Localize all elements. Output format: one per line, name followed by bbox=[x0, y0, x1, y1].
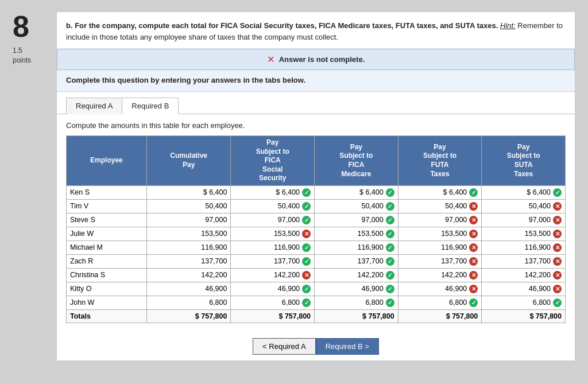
x-icon: ✕ bbox=[553, 216, 562, 224]
cell-suta: 50,400 ✕ bbox=[482, 199, 566, 213]
check-icon: ✓ bbox=[469, 188, 478, 197]
check-icon: ✓ bbox=[386, 202, 394, 211]
check-icon: ✓ bbox=[553, 298, 562, 307]
x-icon: ✕ bbox=[553, 230, 562, 238]
nav-required-b-button[interactable]: Required B > bbox=[316, 338, 379, 355]
cell-cumulative: $ 6,400 bbox=[146, 185, 231, 199]
cell-cumulative: 137,700 bbox=[146, 254, 231, 268]
check-icon: ✓ bbox=[386, 285, 394, 293]
cell-suta: $ 6,400 ✓ bbox=[482, 185, 566, 199]
cell-suta: 6,800 ✓ bbox=[482, 296, 566, 309]
x-icon: ✕ bbox=[553, 285, 562, 293]
cell-fica-med: 97,000 ✓ bbox=[315, 213, 399, 227]
cell-futa: 6,800 ✓ bbox=[398, 296, 482, 309]
cell-futa: 116,900 ✕ bbox=[398, 241, 482, 254]
check-icon: ✓ bbox=[386, 257, 394, 266]
cell-fica-ss: 50,400 ✓ bbox=[231, 199, 315, 213]
x-icon: ✕ bbox=[469, 216, 478, 224]
cell-fica-ss: 137,700 ✓ bbox=[231, 254, 315, 268]
points-label: 1.5 points bbox=[13, 46, 47, 65]
cell-futa: 142,200 ✕ bbox=[398, 268, 482, 282]
cell-futa: $ 6,400 ✓ bbox=[398, 185, 482, 199]
check-icon: ✓ bbox=[302, 257, 311, 266]
tab-required-a[interactable]: Required A bbox=[66, 98, 122, 114]
th-employee: Employee bbox=[67, 136, 147, 186]
x-icon: ✕ bbox=[469, 202, 478, 211]
cell-cumulative: 116,900 bbox=[146, 241, 231, 254]
check-icon: ✓ bbox=[302, 188, 311, 197]
cell-futa: 153,500 ✕ bbox=[398, 227, 482, 241]
th-futa: PaySubject toFUTATaxes bbox=[398, 136, 482, 186]
complete-instruction-text: Complete this question by entering your … bbox=[66, 76, 305, 84]
cell-employee: Kitty O bbox=[67, 282, 147, 296]
answer-banner-text: Answer is not complete. bbox=[279, 55, 365, 64]
answer-x-icon: ✕ bbox=[267, 54, 274, 65]
cell-totals-label: Totals bbox=[67, 309, 147, 323]
table-row: Tim V 50,400 50,400 ✓ 50,400 ✓ 50,400 ✕ … bbox=[67, 199, 566, 213]
cell-fica-med: 153,500 ✓ bbox=[315, 227, 399, 241]
cell-suta: 137,700 ✕ bbox=[482, 254, 566, 268]
bottom-nav: < Required A Required B > bbox=[57, 332, 575, 360]
cell-employee: Christina S bbox=[67, 268, 147, 282]
cell-fica-ss: 153,500 ✕ bbox=[231, 227, 315, 241]
cell-suta: 142,200 ✕ bbox=[482, 268, 566, 282]
check-icon: ✓ bbox=[302, 216, 311, 224]
x-icon: ✕ bbox=[302, 271, 311, 280]
cell-totals-fica-med: $ 757,800 bbox=[315, 309, 399, 323]
check-icon: ✓ bbox=[302, 243, 311, 252]
x-icon: ✕ bbox=[553, 202, 562, 211]
check-icon: ✓ bbox=[302, 298, 311, 307]
cell-fica-ss: $ 6,400 ✓ bbox=[231, 185, 315, 199]
cell-fica-ss: 116,900 ✓ bbox=[231, 241, 315, 254]
nav-required-a-button[interactable]: < Required A bbox=[253, 338, 316, 355]
x-icon: ✕ bbox=[553, 271, 562, 280]
main-content: b. For the company, compute each total f… bbox=[56, 11, 575, 361]
question-number: 8 bbox=[13, 11, 47, 41]
check-icon: ✓ bbox=[553, 188, 562, 197]
check-icon: ✓ bbox=[386, 230, 394, 238]
cell-cumulative: 97,000 bbox=[146, 213, 231, 227]
check-icon: ✓ bbox=[386, 188, 394, 197]
cell-fica-ss: 46,900 ✓ bbox=[231, 282, 315, 296]
x-icon: ✕ bbox=[553, 257, 562, 266]
cell-fica-ss: 6,800 ✓ bbox=[231, 296, 315, 309]
cell-futa: 46,900 ✕ bbox=[398, 282, 482, 296]
th-suta: PaySubject toSUTATaxes bbox=[482, 136, 566, 186]
outer-container: 8 1.5 points b. For the company, compute… bbox=[13, 11, 575, 361]
cell-cumulative: 50,400 bbox=[146, 199, 231, 213]
check-icon: ✓ bbox=[469, 298, 478, 307]
cell-cumulative: 142,200 bbox=[146, 268, 231, 282]
cell-employee: Ken S bbox=[67, 185, 147, 199]
cell-fica-med: 50,400 ✓ bbox=[315, 199, 399, 213]
check-icon: ✓ bbox=[386, 271, 394, 280]
table-row: Zach R 137,700 137,700 ✓ 137,700 ✓ 137,7… bbox=[67, 254, 566, 268]
table-instruction: Compute the amounts in this table for ea… bbox=[66, 121, 566, 130]
cell-employee: Michael M bbox=[67, 241, 147, 254]
cell-suta: 46,900 ✕ bbox=[482, 282, 566, 296]
cell-fica-med: 6,800 ✓ bbox=[315, 296, 399, 309]
left-side: 8 1.5 points bbox=[13, 11, 47, 361]
cell-cumulative: 46,900 bbox=[146, 282, 231, 296]
question-header: b. For the company, compute each total f… bbox=[57, 12, 575, 49]
cell-cumulative: 153,500 bbox=[146, 227, 231, 241]
cell-totals-futa: $ 757,800 bbox=[398, 309, 482, 323]
totals-row: Totals $ 757,800 $ 757,800 $ 757,800 $ 7… bbox=[67, 309, 566, 323]
check-icon: ✓ bbox=[302, 285, 311, 293]
tab-required-b[interactable]: Required B bbox=[122, 98, 179, 114]
cell-fica-med: 46,900 ✓ bbox=[315, 282, 399, 296]
x-icon: ✕ bbox=[469, 285, 478, 293]
cell-employee: Zach R bbox=[67, 254, 147, 268]
cell-fica-med: 142,200 ✓ bbox=[315, 268, 399, 282]
cell-fica-ss: 97,000 ✓ bbox=[231, 213, 315, 227]
cell-futa: 137,700 ✕ bbox=[398, 254, 482, 268]
x-icon: ✕ bbox=[302, 230, 311, 238]
check-icon: ✓ bbox=[386, 298, 394, 307]
table-row: Kitty O 46,900 46,900 ✓ 46,900 ✓ 46,900 … bbox=[67, 282, 566, 296]
check-icon: ✓ bbox=[302, 202, 311, 211]
cell-fica-med: 137,700 ✓ bbox=[315, 254, 399, 268]
cell-fica-med: $ 6,400 ✓ bbox=[315, 185, 399, 199]
cell-futa: 50,400 ✕ bbox=[398, 199, 482, 213]
table-row: John W 6,800 6,800 ✓ 6,800 ✓ 6,800 ✓ 6,8… bbox=[67, 296, 566, 309]
cell-totals-fica-ss: $ 757,800 bbox=[231, 309, 315, 323]
table-row: Michael M 116,900 116,900 ✓ 116,900 ✓ 11… bbox=[67, 241, 566, 254]
